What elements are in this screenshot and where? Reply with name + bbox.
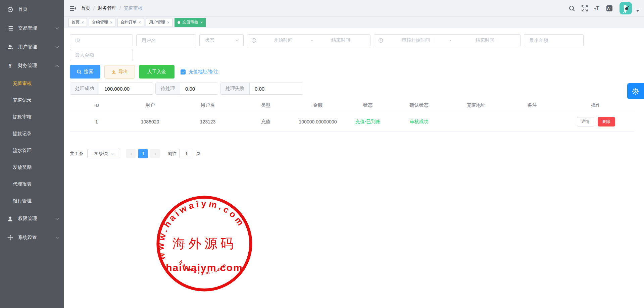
stat-label: 处理失败 xyxy=(220,83,250,94)
cell-状态: 充值-已到账 xyxy=(343,119,393,125)
close-tab-icon[interactable]: × xyxy=(82,20,84,24)
pagination: 共 1 条 20条/页 ‹ 1 › 前往 页 xyxy=(70,149,638,158)
breadcrumb-home[interactable]: 首页 xyxy=(81,5,90,11)
tab-用户管理[interactable]: 用户管理× xyxy=(146,18,172,27)
breadcrumb: 首页 / 财务管理 / 充值审核 xyxy=(81,5,143,11)
font-size-icon[interactable]: тT xyxy=(594,6,599,11)
breadcrumb-finance[interactable]: 财务管理 xyxy=(98,5,116,11)
cell-确认状态: 审核成功 xyxy=(393,119,445,125)
cell-用户名: 123123 xyxy=(177,119,239,124)
sidebar-subitem-bank-management[interactable]: 银行管理 xyxy=(0,193,64,209)
sidebar-subitem-rewards[interactable]: 发放奖励 xyxy=(0,159,64,176)
cell-类型: 充值 xyxy=(239,119,293,125)
sidebar-item-label: 首页 xyxy=(18,6,28,12)
sidebar-item-users[interactable]: 用户管理 xyxy=(0,38,64,56)
sidebar-item-trade[interactable]: 交易管理 xyxy=(0,19,64,38)
status-select-placeholder: 状态 xyxy=(205,37,214,43)
list-icon xyxy=(7,25,13,32)
page-unit-label: 页 xyxy=(196,151,200,157)
breadcrumb-separator: / xyxy=(93,6,95,11)
sidebar-item-system[interactable]: 系统设置 xyxy=(0,228,64,247)
close-tab-icon[interactable]: × xyxy=(139,20,141,24)
sidebar-subitem-withdraw-records[interactable]: 提款记录 xyxy=(0,125,64,142)
sidebar-item-finance[interactable]: ¥财务管理 xyxy=(0,56,64,75)
dashboard-icon xyxy=(7,6,13,13)
tab-首页[interactable]: 首页× xyxy=(68,18,87,27)
column-header-ID: ID xyxy=(70,103,123,108)
fullscreen-icon[interactable] xyxy=(582,5,588,11)
min-amount-input[interactable] xyxy=(524,34,584,46)
stat-group-1: 待处理0.00 xyxy=(155,83,218,95)
prev-page-button[interactable]: ‹ xyxy=(126,149,136,158)
tab-充值审核[interactable]: 充值审核× xyxy=(175,18,206,27)
column-header-类型: 类型 xyxy=(239,102,293,108)
stat-label: 待处理 xyxy=(156,83,180,94)
tab-合约订单[interactable]: 合约订单× xyxy=(117,18,144,27)
recharge-table: ID用户用户名类型金额状态确认状态充值地址备注操作 11086020123123… xyxy=(70,99,634,132)
tab-label: 合约订单 xyxy=(120,19,137,25)
sidebar-subitem-recharge-audit[interactable]: 充值审核 xyxy=(0,75,64,92)
close-tab-icon[interactable]: × xyxy=(200,20,203,24)
sidebar-item-label: 财务管理 xyxy=(18,63,37,69)
chevron-down-icon xyxy=(56,45,59,48)
hamburger-icon[interactable] xyxy=(64,6,81,11)
max-amount-input[interactable] xyxy=(70,49,133,61)
date-range-separator: - xyxy=(447,38,454,43)
page-size-select[interactable]: 20条/页 xyxy=(87,149,120,158)
export-button-label: 导出 xyxy=(118,69,128,75)
id-input[interactable] xyxy=(70,34,133,46)
stat-group-2: 处理失败0.00 xyxy=(220,83,303,95)
top-navbar: 首页 / 财务管理 / 充值审核 тT xyxy=(64,0,644,17)
detail-button[interactable]: 详情 xyxy=(577,117,594,126)
audit-end-placeholder: 结束时间 xyxy=(454,37,516,43)
user-avatar[interactable] xyxy=(620,2,632,14)
goto-page-input[interactable] xyxy=(179,149,193,158)
move-icon xyxy=(7,234,13,241)
svg-text:A: A xyxy=(607,6,610,10)
search-icon[interactable] xyxy=(569,5,575,11)
yen-icon: ¥ xyxy=(7,62,13,69)
audit-start-placeholder: 审核开始时间 xyxy=(385,37,447,43)
svg-text:z: z xyxy=(610,6,612,8)
pagination-total: 共 1 条 xyxy=(70,151,83,157)
page-number-1[interactable]: 1 xyxy=(138,149,148,158)
sidebar-subitem-withdraw-audit[interactable]: 提款审核 xyxy=(0,109,64,125)
checkbox-checked-icon[interactable] xyxy=(181,69,186,74)
sidebar-item-home[interactable]: 首页 xyxy=(0,0,64,19)
delete-button[interactable]: 删除 xyxy=(598,117,615,126)
sidebar: 首页交易管理用户管理¥财务管理充值审核充值记录提款审核提款记录流水管理发放奖励代… xyxy=(0,0,64,308)
chevron-down-icon xyxy=(236,38,239,41)
person-icon xyxy=(7,215,13,222)
username-input[interactable] xyxy=(136,34,196,46)
avatar-dropdown-caret[interactable] xyxy=(636,10,639,12)
status-select[interactable]: 状态 xyxy=(199,34,244,46)
close-tab-icon[interactable]: × xyxy=(167,20,169,24)
column-header-用户名: 用户名 xyxy=(177,102,239,108)
date-start-placeholder: 开始时间 xyxy=(258,37,309,43)
search-icon xyxy=(77,69,82,74)
tab-label: 充值审核 xyxy=(182,19,198,25)
date-range-picker[interactable]: 开始时间 - 结束时间 xyxy=(247,34,370,46)
column-header-备注: 备注 xyxy=(507,102,558,108)
sidebar-subitem-recharge-records[interactable]: 充值记录 xyxy=(0,92,64,109)
active-tab-dot xyxy=(178,21,180,24)
sidebar-subitem-agent-reports[interactable]: 代理报表 xyxy=(0,176,64,193)
cell-ID: 1 xyxy=(70,119,123,124)
language-icon[interactable]: A z xyxy=(606,5,613,12)
sidebar-subitem-flow-management[interactable]: 流水管理 xyxy=(0,142,64,159)
audit-date-range-picker[interactable]: 审核开始时间 - 结束时间 xyxy=(374,34,521,46)
sidebar-item-permissions[interactable]: 权限管理 xyxy=(0,209,64,228)
tab-合约管理[interactable]: 合约管理× xyxy=(89,18,115,27)
next-page-button[interactable]: › xyxy=(150,149,160,158)
settings-gear-button[interactable] xyxy=(627,83,644,99)
close-tab-icon[interactable]: × xyxy=(110,20,112,24)
cell-金额: 100000.00000000 xyxy=(293,119,343,124)
export-button[interactable]: 导出 xyxy=(104,65,135,79)
recharge-address-checkbox-label: 充值地址/备注 xyxy=(189,69,218,75)
gear-icon xyxy=(632,88,639,95)
chevron-down-icon xyxy=(56,216,59,220)
search-button[interactable]: 搜索 xyxy=(70,65,100,79)
chevron-down-icon xyxy=(56,26,59,29)
manual-deposit-button[interactable]: 人工入金 xyxy=(139,65,175,79)
recharge-address-checkbox-group[interactable]: 充值地址/备注 xyxy=(181,69,218,75)
